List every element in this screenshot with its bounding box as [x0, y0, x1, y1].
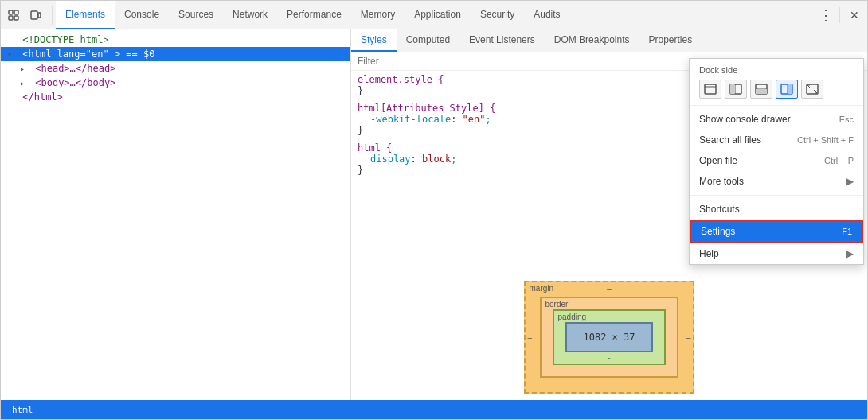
main-tabs: Elements Console Sources Network Perform… [56, 1, 570, 29]
menu-item-shortcut: Ctrl + Shift + F [797, 135, 854, 145]
tab-audits[interactable]: Audits [524, 1, 569, 29]
bottom-bar: html [1, 400, 867, 419]
device-icon[interactable] [26, 6, 45, 25]
dock-bottom-icon[interactable] [750, 80, 772, 99]
menu-item-show-console-drawer[interactable]: Show console drawer Esc [690, 109, 863, 130]
margin-label: margin [529, 284, 553, 293]
menu-item-search-all-files[interactable]: Search all files Ctrl + Shift + F [690, 130, 863, 150]
border-top-value: – [607, 300, 612, 309]
expand-arrow-html: ▾ [7, 50, 17, 59]
svg-line-18 [807, 85, 811, 88]
dock-side-section: Dock side [690, 59, 863, 102]
margin-top-value: – [607, 284, 612, 293]
dropdown-menu: Dock side [689, 58, 864, 265]
box-content[interactable]: 1082 × 37 [565, 322, 652, 352]
svg-rect-6 [705, 84, 716, 94]
menu-item-settings[interactable]: Settings F1 [690, 220, 863, 243]
menu-item-label: Settings [701, 226, 735, 237]
expand-arrow-body: ▸ [20, 79, 29, 88]
menu-item-shortcut: Ctrl + P [824, 156, 854, 165]
svg-rect-5 [38, 13, 41, 18]
sub-tab-dom-breakpoints[interactable]: DOM Breakpoints [545, 29, 639, 52]
doctype-text: <!DOCTYPE html> [22, 34, 108, 45]
svg-rect-0 [9, 10, 13, 14]
more-tools-arrow: ▶ [846, 176, 854, 187]
dock-icons-group [699, 80, 854, 99]
cursor-icon[interactable] [4, 6, 23, 25]
ellipsis-icon[interactable]: ⋮ [815, 6, 835, 25]
svg-rect-10 [730, 84, 735, 94]
menu-item-label: Show console drawer [699, 114, 791, 125]
sub-tab-event-listeners[interactable]: Event Listeners [459, 29, 545, 52]
dom-line-body[interactable]: ▸ <body>…</body> [1, 76, 350, 90]
svg-rect-1 [14, 10, 18, 14]
menu-item-label: Open file [699, 155, 737, 166]
sub-tabs: Styles Computed Event Listeners DOM Brea… [351, 29, 867, 52]
fullscreen-icon[interactable] [801, 80, 823, 99]
margin-left-value: – [527, 333, 532, 342]
menu-item-label: Search all files [699, 134, 761, 146]
dom-panel: <!DOCTYPE html> ▾ <html lang="en" > == $… [1, 29, 351, 400]
menu-divider-2 [690, 195, 863, 196]
tab-sources[interactable]: Sources [169, 1, 223, 29]
menu-item-label: Shortcuts [699, 204, 740, 215]
tab-console[interactable]: Console [115, 1, 169, 29]
dock-side-label: Dock side [699, 65, 854, 75]
svg-rect-16 [788, 84, 792, 94]
dock-left-icon[interactable] [725, 80, 747, 99]
menu-item-more-tools[interactable]: More tools ▶ [690, 171, 863, 192]
devtools-container: Elements Console Sources Network Perform… [0, 0, 868, 420]
close-icon[interactable]: ✕ [845, 6, 864, 25]
menu-item-shortcut: F1 [842, 227, 852, 236]
svg-rect-2 [9, 16, 13, 20]
box-margin[interactable]: margin – – – – border – padding - [524, 281, 694, 394]
dock-right-icon[interactable] [776, 80, 798, 99]
undock-icon[interactable] [699, 80, 721, 99]
margin-bottom-value: – [607, 382, 612, 391]
toolbar-icon-group [4, 6, 53, 25]
menu-item-label: More tools [699, 176, 744, 187]
border-label: border [545, 300, 568, 309]
dom-line-html[interactable]: ▾ <html lang="en" > == $0 [1, 47, 350, 61]
box-dimensions: 1082 × 37 [583, 332, 635, 343]
box-model-area: margin – – – – border – padding - [351, 274, 867, 400]
sub-tab-computed[interactable]: Computed [397, 29, 459, 52]
breadcrumb-html[interactable]: html [7, 403, 38, 417]
box-border[interactable]: border – padding - 1082 × 37 - [540, 297, 678, 378]
svg-rect-13 [756, 89, 767, 94]
menu-item-label: Help [699, 248, 719, 259]
svg-line-19 [814, 90, 817, 93]
dom-line-doctype[interactable]: <!DOCTYPE html> [1, 33, 350, 47]
tab-memory[interactable]: Memory [351, 1, 405, 29]
main-toolbar: Elements Console Sources Network Perform… [1, 1, 867, 29]
box-padding[interactable]: padding - 1082 × 37 - [553, 309, 665, 365]
tab-elements[interactable]: Elements [56, 1, 115, 29]
expand-arrow-head: ▸ [20, 64, 29, 73]
svg-rect-3 [14, 16, 18, 20]
padding-top-value: - [608, 313, 611, 321]
tab-performance[interactable]: Performance [277, 1, 351, 29]
menu-item-open-file[interactable]: Open file Ctrl + P [690, 150, 863, 171]
menu-item-shortcuts[interactable]: Shortcuts [690, 199, 863, 220]
dom-line-html-close[interactable]: </html> [1, 90, 350, 104]
sub-tab-properties[interactable]: Properties [639, 29, 702, 52]
help-arrow: ▶ [846, 248, 854, 259]
menu-item-shortcut: Esc [839, 115, 854, 124]
menu-item-help[interactable]: Help ▶ [690, 243, 863, 264]
main-content-area: <!DOCTYPE html> ▾ <html lang="en" > == $… [1, 29, 867, 400]
tab-application[interactable]: Application [405, 1, 471, 29]
tab-network[interactable]: Network [223, 1, 277, 29]
toolbar-right-actions: ⋮ ✕ [815, 6, 864, 25]
tab-security[interactable]: Security [471, 1, 524, 29]
padding-label: padding [557, 313, 586, 321]
margin-right-value: – [686, 333, 691, 342]
dom-line-head[interactable]: ▸ <head>…</head> [1, 61, 350, 76]
menu-divider-1 [690, 105, 863, 106]
svg-rect-4 [31, 11, 37, 19]
padding-bottom-value: - [608, 354, 611, 362]
border-bottom-value: – [607, 366, 612, 375]
box-model: margin – – – – border – padding - [524, 281, 694, 394]
sub-tab-styles[interactable]: Styles [351, 29, 397, 52]
